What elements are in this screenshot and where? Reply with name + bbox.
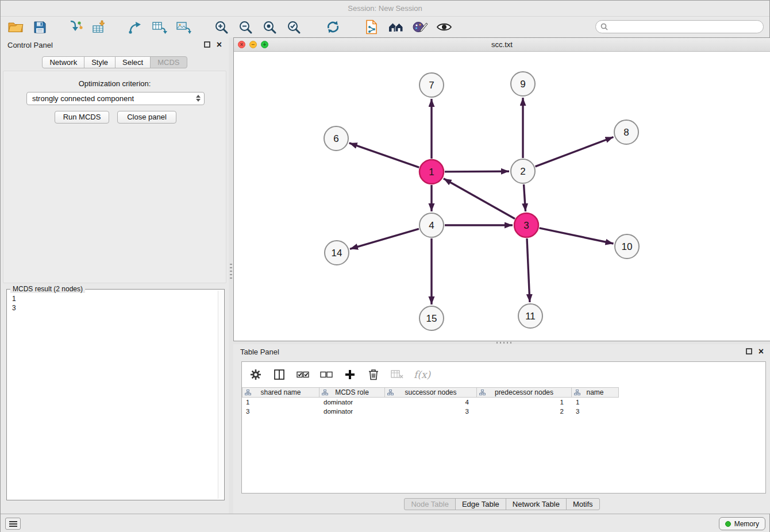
- tab-network-table[interactable]: Network Table: [506, 498, 567, 510]
- import-network-button[interactable]: [65, 18, 86, 36]
- criterion-dropdown[interactable]: strongly connected component: [26, 92, 205, 105]
- table-settings-button[interactable]: [249, 367, 263, 382]
- edge-1-6[interactable]: [349, 143, 419, 168]
- node-9[interactable]: 9: [511, 72, 535, 96]
- main-toolbar: [1, 17, 769, 38]
- zoom-in-button[interactable]: [211, 18, 232, 36]
- edge-4-14[interactable]: [350, 229, 419, 249]
- float-panel-icon[interactable]: [204, 40, 210, 50]
- panel-menu-button[interactable]: [5, 518, 21, 530]
- column-header-name[interactable]: name: [572, 387, 619, 398]
- svg-text:10: 10: [622, 241, 633, 252]
- tab-edge-table[interactable]: Edge Table: [455, 498, 506, 510]
- edge-1-2[interactable]: [445, 171, 509, 172]
- float-panel-icon[interactable]: [746, 346, 752, 357]
- tab-select[interactable]: Select: [115, 56, 151, 68]
- tab-node-table[interactable]: Node Table: [404, 498, 456, 510]
- zoom-fit-button[interactable]: [259, 18, 280, 36]
- node-10[interactable]: 10: [615, 234, 639, 259]
- table-row[interactable]: 1dominator411: [242, 398, 765, 407]
- close-panel-button[interactable]: Close panel: [117, 111, 176, 124]
- node-14[interactable]: 14: [325, 241, 349, 265]
- node-7[interactable]: 7: [419, 73, 444, 97]
- style-button[interactable]: [410, 18, 430, 36]
- cell-name: 1: [572, 399, 619, 406]
- export-network-button[interactable]: [361, 18, 382, 36]
- dropdown-stepper-icon: [196, 95, 201, 102]
- optimization-criterion-label: Optimization criterion:: [1, 79, 229, 89]
- table-panel-header: Table Panel ×: [233, 344, 770, 359]
- column-header-mcds-role[interactable]: MCDS role: [319, 387, 385, 398]
- save-session-button[interactable]: [29, 18, 50, 36]
- edge-2-8[interactable]: [536, 137, 614, 167]
- select-all-columns-button[interactable]: [296, 367, 310, 382]
- delete-column-button[interactable]: [367, 367, 380, 382]
- cell-successor-nodes: 3: [385, 408, 477, 415]
- edge-3-11[interactable]: [527, 238, 530, 302]
- home-icon: [388, 21, 404, 33]
- function-builder-button[interactable]: f(x): [414, 367, 430, 382]
- title-bar[interactable]: Session: New Session: [1, 1, 769, 17]
- node-11[interactable]: 11: [518, 304, 542, 328]
- tab-network[interactable]: Network: [42, 56, 84, 68]
- close-panel-icon[interactable]: ×: [759, 347, 764, 356]
- node-4[interactable]: 4: [419, 213, 444, 237]
- node-3[interactable]: 3: [514, 213, 538, 237]
- show-hide-graphics-button[interactable]: [434, 18, 455, 36]
- status-bar: Memory: [1, 514, 769, 532]
- memory-button[interactable]: Memory: [719, 517, 765, 530]
- zoom-selected-button[interactable]: [283, 18, 304, 36]
- cell-shared-name: 3: [242, 408, 319, 415]
- svg-text:8: 8: [623, 127, 629, 138]
- node-table-container: f(x) shared nameMCDS rolesuccessor nodes…: [241, 361, 766, 494]
- deselect-all-columns-button[interactable]: [319, 367, 333, 382]
- create-column-button[interactable]: [343, 367, 357, 382]
- node-6[interactable]: 6: [324, 126, 348, 151]
- list-icon: [9, 521, 18, 527]
- column-header-shared-name[interactable]: shared name: [242, 387, 319, 398]
- home-button[interactable]: [386, 18, 406, 36]
- close-window-icon[interactable]: ×: [238, 41, 245, 48]
- search-input[interactable]: [611, 23, 759, 31]
- column-tree-icon: [574, 390, 580, 395]
- import-table-button[interactable]: [89, 18, 110, 36]
- column-tree-icon: [322, 390, 328, 395]
- apply-layout-button[interactable]: [322, 18, 343, 36]
- edge-3-10[interactable]: [540, 228, 614, 244]
- node-2[interactable]: 2: [511, 159, 535, 183]
- run-mcds-button[interactable]: Run MCDS: [55, 111, 109, 124]
- svg-text:6: 6: [333, 133, 338, 144]
- result-scrollbar[interactable]: [218, 291, 223, 499]
- table-row[interactable]: 3dominator323: [242, 407, 765, 416]
- network-from-selection-button[interactable]: [125, 18, 145, 36]
- plus-icon: [345, 369, 355, 380]
- node-8[interactable]: 8: [614, 120, 638, 144]
- close-panel-icon[interactable]: ×: [217, 40, 222, 49]
- tab-style[interactable]: Style: [84, 56, 116, 68]
- search-box[interactable]: [595, 20, 764, 33]
- export-image-button[interactable]: [173, 18, 194, 36]
- node-1[interactable]: 1: [419, 160, 444, 184]
- node-15[interactable]: 15: [419, 306, 444, 330]
- tab-motifs[interactable]: Motifs: [566, 498, 600, 510]
- edge-2-3[interactable]: [524, 184, 526, 211]
- vertical-splitter[interactable]: [229, 37, 233, 514]
- zoom-window-icon[interactable]: +: [261, 41, 268, 48]
- column-header-successor-nodes[interactable]: successor nodes: [385, 387, 477, 398]
- column-header-predecessor-nodes[interactable]: predecessor nodes: [477, 387, 572, 398]
- minimize-window-icon[interactable]: −: [249, 41, 257, 48]
- cell-shared-name: 1: [242, 399, 319, 406]
- control-panel: Control Panel × NetworkStyleSelectMCDS O…: [1, 37, 229, 514]
- edge-3-1[interactable]: [444, 179, 515, 219]
- open-session-button[interactable]: [5, 18, 26, 36]
- delete-table-button[interactable]: [390, 367, 404, 382]
- tab-mcds[interactable]: MCDS: [150, 56, 187, 68]
- zoom-out-button[interactable]: [235, 18, 256, 36]
- cell-mcds-role: dominator: [319, 399, 385, 406]
- show-columns-button[interactable]: [272, 367, 286, 382]
- new-network-table-button[interactable]: [149, 18, 170, 36]
- mcds-result-text: 1 3: [12, 294, 16, 313]
- network-window-titlebar[interactable]: × − + scc.txt: [234, 38, 770, 52]
- network-graph[interactable]: 7968124314101511: [234, 52, 770, 341]
- svg-text:14: 14: [332, 248, 342, 259]
